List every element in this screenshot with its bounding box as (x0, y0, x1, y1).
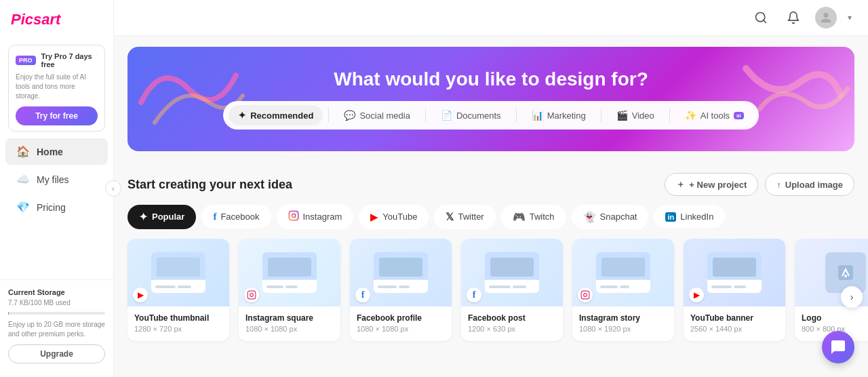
topbar: ▾ (114, 0, 868, 36)
card-info-facebook-post: Facebook post 1200 × 630 px (461, 306, 563, 341)
filter-tab-facebook[interactable]: f Facebook (201, 205, 271, 229)
filter-tab-popular[interactable]: ✦ Popular (127, 205, 196, 229)
card-name-instagram-story: Instagram story (579, 313, 667, 323)
card-thumb-bar (151, 279, 205, 293)
new-project-label: + New project (689, 180, 747, 190)
svg-point-3 (292, 214, 295, 217)
card-youtube-banner[interactable]: ▶ YouTube banner 2560 × 1440 px (684, 239, 785, 341)
upload-image-button[interactable]: ↑ Upload image (765, 173, 854, 196)
storage-used: 7.7 KB/100 MB used (8, 299, 105, 306)
storage-title: Current Storage (8, 288, 105, 296)
logo-text: Picsart (11, 11, 60, 28)
filter-tab-twitch-label: Twitch (530, 212, 555, 222)
new-project-button[interactable]: ＋ + New project (665, 173, 758, 196)
card-thumb-facebook-post: f (461, 239, 563, 306)
snapchat-filter-icon: 👻 (583, 211, 596, 223)
card-facebook-post[interactable]: f Facebook post 1200 × 630 px (461, 239, 563, 341)
card-instagram-story[interactable]: Instagram story 1080 × 1920 px (572, 239, 674, 341)
template-card-row: ▶ YouTube thumbnail 1280 × 720 px (114, 239, 868, 355)
sidebar-collapse-button[interactable]: ‹ (105, 180, 121, 197)
tab-divider-5 (669, 108, 670, 122)
notifications-button[interactable] (783, 7, 804, 28)
hero-banner: What would you like to design for? ✦ Rec… (127, 47, 854, 151)
instagram-filter-icon (288, 210, 299, 223)
avatar-dropdown-icon: ▾ (848, 13, 852, 22)
cloud-icon: ☁️ (16, 173, 30, 186)
card-thumb-bar-ig-sq (262, 279, 317, 293)
storage-bar-fill (8, 312, 9, 315)
filter-tab-instagram-label: Instagram (303, 212, 342, 222)
filter-tab-linkedin[interactable]: in LinkedIn (654, 205, 725, 228)
facebook-platform-badge: f (355, 287, 370, 302)
storage-bar-background (8, 312, 105, 315)
card-thumb-inner-ig-sq (262, 252, 317, 293)
card-thumb-inner-fb-post (485, 252, 539, 293)
hero-tab-marketing-label: Marketing (547, 111, 586, 121)
youtube-banner-platform-badge: ▶ (689, 287, 704, 302)
avatar-button[interactable] (815, 7, 837, 28)
filter-tabs: ✦ Popular f Facebook (114, 204, 868, 239)
card-name-instagram-square: Instagram square (245, 313, 334, 323)
home-icon: 🏠 (16, 145, 30, 158)
filter-tab-youtube[interactable]: ▶ YouTube (359, 205, 429, 229)
card-instagram-square[interactable]: Instagram square 1080 × 1080 px (239, 239, 340, 341)
hero-tab-social-media-label: Social media (359, 111, 410, 121)
pricing-icon: 💎 (16, 201, 30, 214)
filter-tab-twitter[interactable]: 𝕏 Twitter (434, 205, 495, 229)
filter-tab-twitch[interactable]: 🎮 Twitch (501, 205, 566, 229)
card-dims-instagram-story: 1080 × 1920 px (579, 325, 667, 333)
chat-bubble-button[interactable] (822, 331, 854, 363)
card-thumb-instagram-square (239, 239, 340, 306)
card-name-facebook-profile: Facebook profile (357, 313, 445, 323)
filter-tab-instagram[interactable]: Instagram (277, 204, 354, 229)
card-facebook-profile[interactable]: f Facebook profile 1080 × 1080 px (350, 239, 452, 341)
card-youtube-thumbnail[interactable]: ▶ YouTube thumbnail 1280 × 720 px (127, 239, 229, 341)
hero-tab-documents[interactable]: 📄 Documents (431, 105, 511, 125)
card-dims-youtube-thumbnail: 1280 × 720 px (134, 325, 222, 333)
sidebar-nav: 🏠 Home ☁️ My files 💎 Pricing (0, 137, 113, 222)
svg-rect-9 (838, 265, 853, 280)
hero-tab-ai-tools[interactable]: ✨ AI tools ai (675, 105, 753, 125)
filter-tab-facebook-label: Facebook (220, 212, 259, 222)
instagram-platform-badge (244, 287, 259, 302)
upload-icon: ↑ (776, 180, 781, 190)
hero-tab-video[interactable]: 🎬 Video (607, 105, 664, 125)
card-thumb-inner (151, 252, 205, 293)
upload-label: Upload image (785, 180, 843, 190)
card-name-logo: Logo (802, 313, 868, 323)
sidebar-item-pricing[interactable]: 💎 Pricing (5, 194, 108, 220)
video-icon: 🎬 (616, 110, 628, 121)
content-area: What would you like to design for? ✦ Rec… (114, 36, 868, 377)
sidebar-item-home[interactable]: 🏠 Home (5, 138, 108, 165)
pro-banner: PRO Try Pro 7 days free Enjoy the full s… (8, 45, 105, 132)
search-button[interactable] (750, 7, 772, 28)
instagram-story-platform-badge (578, 287, 593, 302)
svg-point-6 (250, 294, 254, 297)
pro-title: Try Pro 7 days free (41, 52, 98, 68)
card-dims-facebook-profile: 1080 × 1080 px (357, 325, 445, 333)
upgrade-button[interactable]: Upgrade (8, 344, 105, 363)
facebook-filter-icon: f (213, 211, 216, 222)
hero-tab-marketing[interactable]: 📊 Marketing (522, 105, 595, 125)
storage-perks: Enjoy up to 20 GB more storage and other… (8, 320, 105, 339)
hero-tab-social-media[interactable]: 💬 Social media (334, 105, 419, 125)
try-free-button[interactable]: Try for free (16, 106, 98, 125)
sidebar-item-my-files[interactable]: ☁️ My files (5, 166, 108, 193)
youtube-platform-badge: ▶ (133, 287, 148, 302)
card-thumb-inner-yt-banner (707, 252, 762, 293)
card-thumb-bar-ig-story (596, 279, 650, 293)
hero-tab-recommended[interactable]: ✦ Recommended (229, 105, 323, 125)
hero-decoration-left (127, 47, 263, 151)
popular-icon: ✦ (139, 211, 148, 223)
twitch-filter-icon: 🎮 (513, 211, 526, 223)
facebook-post-platform-badge: f (467, 287, 481, 302)
hero-title: What would you like to design for? (334, 68, 648, 90)
card-name-facebook-post: Facebook post (468, 313, 556, 323)
youtube-filter-icon: ▶ (370, 211, 378, 223)
filter-tab-snapchat[interactable]: 👻 Snapchat (572, 205, 649, 229)
card-thumb-inner-fb-prof (374, 252, 428, 293)
carousel-next-button[interactable]: › (841, 286, 863, 308)
card-name-youtube-banner: YouTube banner (690, 313, 778, 323)
social-media-icon: 💬 (344, 110, 355, 121)
card-thumb-youtube-banner: ▶ (684, 239, 785, 306)
